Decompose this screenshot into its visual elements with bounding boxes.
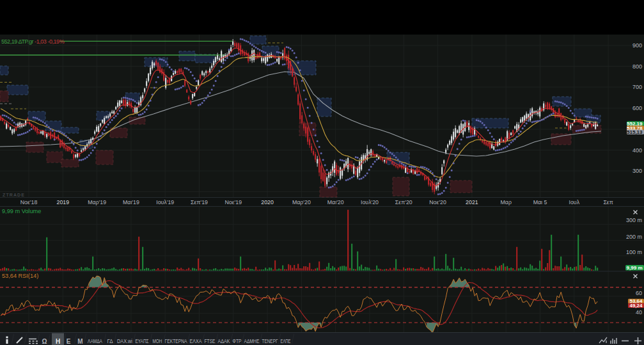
svg-text:ΑΔΜΗΕ: ΑΔΜΗΕ [244,338,260,344]
svg-text:ΓΔ: ΓΔ [107,338,113,344]
svg-text:2021: 2021 [466,199,478,205]
svg-text:ZTRADE: ZTRADE [3,193,25,197]
svg-text:ΛΑΜΔΑ: ΛΑΜΔΑ [88,338,102,344]
svg-text:60: 60 [636,290,642,296]
svg-text:700: 700 [632,84,642,90]
svg-text:Μαρ: Μαρ [500,199,511,205]
svg-text:Ω: Ω [42,338,47,345]
svg-text:ΤΕΝΕΡΓ: ΤΕΝΕΡΓ [262,338,278,344]
svg-text:Σεπ'20: Σεπ'20 [395,199,412,205]
svg-text:300 m: 300 m [626,217,642,223]
svg-text:ΦΤΡ: ΦΤΡ [233,338,242,344]
svg-text:200 m: 200 m [626,234,642,240]
svg-text:Σεπ: Σεπ [603,199,613,205]
svg-text:Ιουλ'19: Ιουλ'19 [156,199,174,205]
svg-text:40: 40 [636,309,642,316]
svg-text:600: 600 [632,105,642,111]
svg-text:Ιουλ'20: Ιουλ'20 [361,199,379,205]
svg-text:Νοε'19: Νοε'19 [224,199,242,205]
svg-text:Μαι'19: Μαι'19 [123,199,139,205]
svg-text:515,13: 515,13 [627,129,643,135]
svg-text:Νοε'20: Νοε'20 [429,199,446,205]
svg-text:Μαρ'20: Μαρ'20 [292,199,311,205]
svg-text:ΜΟΗ: ΜΟΗ [153,338,162,344]
svg-text:53,64 RSI(14): 53,64 RSI(14) [2,273,38,279]
svg-text:9,99 m: 9,99 m [627,265,643,271]
svg-text:100 m: 100 m [626,249,642,255]
svg-text:Νοε'18: Νοε'18 [20,199,38,205]
svg-text:Μαι 5: Μαι 5 [533,199,547,205]
svg-text:Ιουλ: Ιουλ [569,199,580,205]
svg-text:DAX.wi: DAX.wi [117,338,132,344]
svg-text:49,24: 49,24 [629,303,643,309]
svg-text:Μαρ'19: Μαρ'19 [88,199,106,205]
svg-text:2019: 2019 [57,199,70,205]
svg-text:800: 800 [632,63,642,70]
svg-text:H: H [56,338,60,345]
svg-text:ΓΕΚΤΕΡΝΑ: ΓΕΚΤΕΡΝΑ [165,338,187,344]
svg-text:FTSE: FTSE [205,338,216,344]
svg-text:552,19 ΔΤΡ.gr -1,03 -0,19%: 552,19 ΔΤΡ.gr -1,03 -0,19% [1,38,65,45]
svg-text:Μαι'20: Μαι'20 [327,199,344,205]
svg-text:2020: 2020 [261,199,274,205]
svg-text:Σεπ'19: Σεπ'19 [191,199,208,205]
svg-text:E: E [67,338,71,345]
svg-text:900: 900 [632,42,642,49]
svg-text:ΕΛΠΕ: ΕΛΠΕ [281,338,291,344]
svg-text:ΕΛΧΑ: ΕΛΧΑ [190,338,202,344]
svg-text:9,99 m Volume: 9,99 m Volume [2,208,41,214]
svg-text:ΑΔΑΚ: ΑΔΑΚ [218,338,230,344]
svg-text:300: 300 [632,168,642,174]
svg-text:ΕΥΑΠΣ: ΕΥΑΠΣ [136,338,149,344]
svg-text:M: M [77,338,82,345]
svg-text:400: 400 [632,147,642,154]
